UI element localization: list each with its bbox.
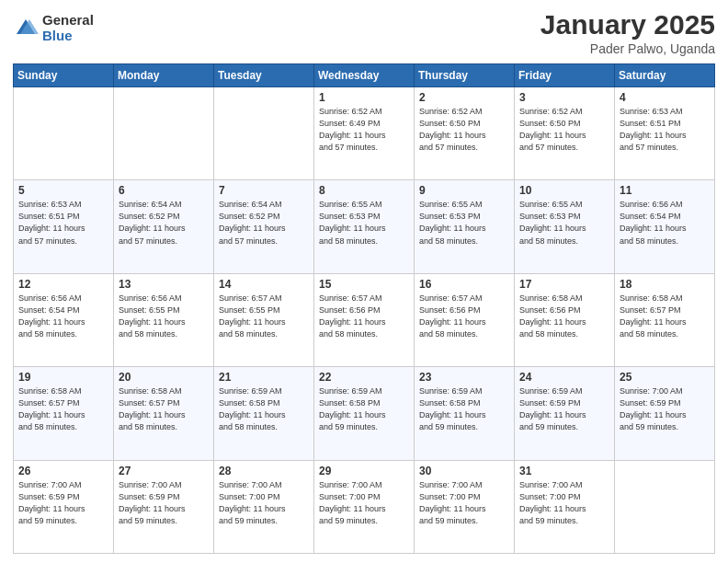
day-number: 19	[18, 371, 108, 384]
day-number: 5	[18, 184, 108, 197]
calendar-header-row: SundayMondayTuesdayWednesdayThursdayFrid…	[14, 64, 715, 87]
calendar-cell: 24Sunrise: 6:59 AM Sunset: 6:59 PM Dayli…	[515, 367, 615, 460]
day-info: Sunrise: 6:59 AM Sunset: 6:58 PM Dayligh…	[219, 385, 309, 433]
day-number: 18	[620, 278, 710, 291]
calendar-cell: 27Sunrise: 7:00 AM Sunset: 6:59 PM Dayli…	[114, 460, 214, 553]
day-number: 11	[620, 184, 710, 197]
day-info: Sunrise: 6:58 AM Sunset: 6:57 PM Dayligh…	[119, 385, 209, 433]
day-number: 12	[18, 278, 108, 291]
day-info: Sunrise: 6:54 AM Sunset: 6:52 PM Dayligh…	[219, 199, 309, 247]
day-info: Sunrise: 6:57 AM Sunset: 6:55 PM Dayligh…	[219, 293, 309, 340]
day-number: 31	[519, 465, 609, 477]
calendar-cell: 21Sunrise: 6:59 AM Sunset: 6:58 PM Dayli…	[214, 367, 314, 460]
calendar-cell	[14, 87, 114, 180]
day-info: Sunrise: 7:00 AM Sunset: 7:00 PM Dayligh…	[419, 479, 509, 527]
calendar-cell: 19Sunrise: 6:58 AM Sunset: 6:57 PM Dayli…	[14, 367, 114, 460]
day-info: Sunrise: 6:56 AM Sunset: 6:54 PM Dayligh…	[18, 293, 108, 340]
day-info: Sunrise: 6:53 AM Sunset: 6:51 PM Dayligh…	[18, 199, 108, 247]
day-info: Sunrise: 7:00 AM Sunset: 6:59 PM Dayligh…	[620, 385, 710, 433]
day-info: Sunrise: 7:00 AM Sunset: 7:00 PM Dayligh…	[519, 479, 609, 527]
calendar-table: SundayMondayTuesdayWednesdayThursdayFrid…	[13, 63, 715, 554]
logo-general-label: General	[42, 13, 94, 29]
calendar-cell: 1Sunrise: 6:52 AM Sunset: 6:49 PM Daylig…	[314, 87, 415, 180]
calendar-week-row: 12Sunrise: 6:56 AM Sunset: 6:54 PM Dayli…	[14, 273, 715, 366]
day-info: Sunrise: 6:58 AM Sunset: 6:57 PM Dayligh…	[18, 385, 108, 433]
day-info: Sunrise: 7:00 AM Sunset: 7:00 PM Dayligh…	[219, 479, 309, 527]
day-number: 8	[319, 184, 409, 197]
logo-icon	[13, 16, 39, 41]
day-number: 24	[519, 371, 609, 384]
day-number: 16	[419, 278, 509, 291]
day-number: 3	[519, 91, 609, 104]
day-header-friday: Friday	[515, 64, 615, 87]
calendar-cell: 25Sunrise: 7:00 AM Sunset: 6:59 PM Dayli…	[615, 367, 715, 460]
calendar-cell: 23Sunrise: 6:59 AM Sunset: 6:58 PM Dayli…	[415, 367, 515, 460]
day-number: 28	[219, 465, 309, 477]
day-info: Sunrise: 6:53 AM Sunset: 6:51 PM Dayligh…	[620, 106, 710, 154]
day-header-wednesday: Wednesday	[314, 64, 415, 87]
calendar-cell: 7Sunrise: 6:54 AM Sunset: 6:52 PM Daylig…	[214, 180, 314, 273]
day-info: Sunrise: 6:56 AM Sunset: 6:54 PM Dayligh…	[620, 199, 710, 247]
day-info: Sunrise: 6:59 AM Sunset: 6:59 PM Dayligh…	[519, 385, 609, 433]
day-number: 30	[419, 465, 509, 477]
calendar-cell: 12Sunrise: 6:56 AM Sunset: 6:54 PM Dayli…	[14, 273, 114, 366]
day-header-saturday: Saturday	[615, 64, 715, 87]
calendar-cell: 29Sunrise: 7:00 AM Sunset: 7:00 PM Dayli…	[314, 460, 415, 553]
day-number: 14	[219, 278, 309, 291]
day-info: Sunrise: 6:56 AM Sunset: 6:55 PM Dayligh…	[119, 293, 209, 340]
day-info: Sunrise: 6:58 AM Sunset: 6:56 PM Dayligh…	[519, 293, 609, 340]
calendar-cell: 11Sunrise: 6:56 AM Sunset: 6:54 PM Dayli…	[615, 180, 715, 273]
day-info: Sunrise: 7:00 AM Sunset: 6:59 PM Dayligh…	[18, 479, 108, 527]
calendar-cell: 5Sunrise: 6:53 AM Sunset: 6:51 PM Daylig…	[14, 180, 114, 273]
day-info: Sunrise: 6:52 AM Sunset: 6:50 PM Dayligh…	[519, 106, 609, 154]
day-number: 9	[419, 184, 509, 197]
day-number: 13	[119, 278, 209, 291]
day-info: Sunrise: 6:57 AM Sunset: 6:56 PM Dayligh…	[319, 293, 409, 340]
calendar-cell: 3Sunrise: 6:52 AM Sunset: 6:50 PM Daylig…	[515, 87, 615, 180]
logo-text: General Blue	[42, 13, 94, 43]
day-info: Sunrise: 6:55 AM Sunset: 6:53 PM Dayligh…	[319, 199, 409, 247]
day-info: Sunrise: 6:58 AM Sunset: 6:57 PM Dayligh…	[620, 293, 710, 340]
main-title: January 2025	[540, 9, 715, 40]
day-header-thursday: Thursday	[415, 64, 515, 87]
calendar-cell: 9Sunrise: 6:55 AM Sunset: 6:53 PM Daylig…	[415, 180, 515, 273]
day-info: Sunrise: 6:54 AM Sunset: 6:52 PM Dayligh…	[119, 199, 209, 247]
day-header-monday: Monday	[114, 64, 214, 87]
calendar-cell: 26Sunrise: 7:00 AM Sunset: 6:59 PM Dayli…	[14, 460, 114, 553]
day-number: 10	[519, 184, 609, 197]
calendar-cell: 22Sunrise: 6:59 AM Sunset: 6:58 PM Dayli…	[314, 367, 415, 460]
calendar-cell: 18Sunrise: 6:58 AM Sunset: 6:57 PM Dayli…	[615, 273, 715, 366]
calendar-cell	[114, 87, 214, 180]
calendar-cell: 8Sunrise: 6:55 AM Sunset: 6:53 PM Daylig…	[314, 180, 415, 273]
calendar-cell: 17Sunrise: 6:58 AM Sunset: 6:56 PM Dayli…	[515, 273, 615, 366]
day-number: 1	[319, 91, 409, 104]
calendar-cell: 31Sunrise: 7:00 AM Sunset: 7:00 PM Dayli…	[515, 460, 615, 553]
day-number: 15	[319, 278, 409, 291]
calendar-cell: 20Sunrise: 6:58 AM Sunset: 6:57 PM Dayli…	[114, 367, 214, 460]
day-info: Sunrise: 6:57 AM Sunset: 6:56 PM Dayligh…	[419, 293, 509, 340]
calendar-cell: 30Sunrise: 7:00 AM Sunset: 7:00 PM Dayli…	[415, 460, 515, 553]
calendar-week-row: 19Sunrise: 6:58 AM Sunset: 6:57 PM Dayli…	[14, 367, 715, 460]
day-number: 17	[519, 278, 609, 291]
day-number: 20	[119, 371, 209, 384]
day-number: 4	[620, 91, 710, 104]
day-info: Sunrise: 7:00 AM Sunset: 7:00 PM Dayligh…	[319, 479, 409, 527]
calendar-week-row: 26Sunrise: 7:00 AM Sunset: 6:59 PM Dayli…	[14, 460, 715, 553]
day-number: 27	[119, 465, 209, 477]
day-number: 23	[419, 371, 509, 384]
day-info: Sunrise: 6:55 AM Sunset: 6:53 PM Dayligh…	[519, 199, 609, 247]
subtitle: Pader Palwo, Uganda	[540, 41, 715, 56]
day-info: Sunrise: 6:59 AM Sunset: 6:58 PM Dayligh…	[419, 385, 509, 433]
day-info: Sunrise: 6:55 AM Sunset: 6:53 PM Dayligh…	[419, 199, 509, 247]
calendar-cell: 13Sunrise: 6:56 AM Sunset: 6:55 PM Dayli…	[114, 273, 214, 366]
day-info: Sunrise: 7:00 AM Sunset: 6:59 PM Dayligh…	[119, 479, 209, 527]
calendar-cell: 15Sunrise: 6:57 AM Sunset: 6:56 PM Dayli…	[314, 273, 415, 366]
day-info: Sunrise: 6:52 AM Sunset: 6:50 PM Dayligh…	[419, 106, 509, 154]
calendar-cell: 28Sunrise: 7:00 AM Sunset: 7:00 PM Dayli…	[214, 460, 314, 553]
day-number: 26	[18, 465, 108, 477]
day-number: 7	[219, 184, 309, 197]
day-number: 21	[219, 371, 309, 384]
calendar-week-row: 1Sunrise: 6:52 AM Sunset: 6:49 PM Daylig…	[14, 87, 715, 180]
calendar-cell: 14Sunrise: 6:57 AM Sunset: 6:55 PM Dayli…	[214, 273, 314, 366]
day-info: Sunrise: 6:59 AM Sunset: 6:58 PM Dayligh…	[319, 385, 409, 433]
